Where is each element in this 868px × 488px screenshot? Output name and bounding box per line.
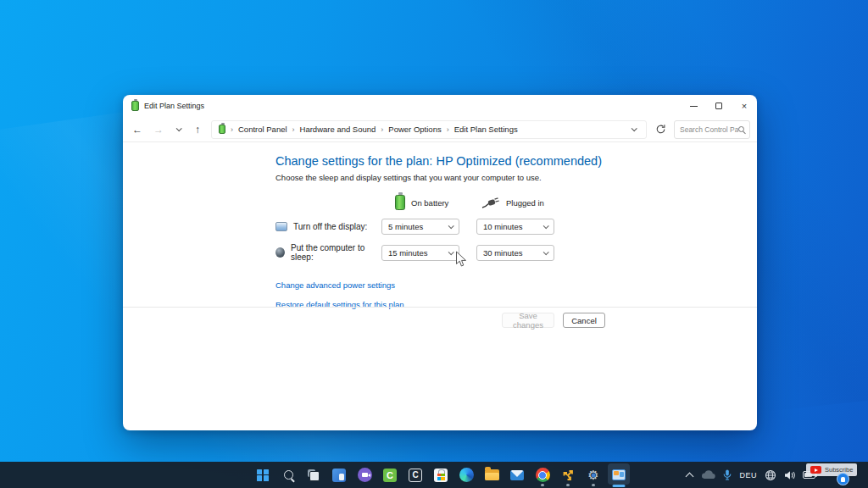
chevron-down-icon [543,223,549,229]
on-battery-column-header: On battery [381,195,476,210]
minimize-button[interactable] [681,95,706,117]
microphone-icon[interactable] [723,469,732,480]
camtasia-recorder-button[interactable]: C [407,462,424,488]
search-box [674,120,750,139]
breadcrumb-item-hardware-and-sound[interactable]: Hardware and Sound [300,125,376,134]
close-button[interactable]: × [732,95,757,117]
battery-icon [395,195,405,210]
display-plugged-in-value: 10 minutes [483,222,522,231]
save-changes-button[interactable]: Save changes [502,313,554,328]
close-icon: × [742,101,747,111]
video-call-app-button[interactable] [356,462,373,488]
breadcrumb: › Control Panel › Hardware and Sound › P… [211,120,647,139]
change-advanced-power-settings-link[interactable]: Change advanced power settings [275,280,757,290]
control-panel-active-button[interactable] [610,462,627,488]
file-explorer-button[interactable] [483,462,500,488]
widgets-button[interactable] [331,462,348,488]
edge-button[interactable] [458,462,475,488]
microsoft-store-button[interactable] [432,462,449,488]
active-app-indicator [613,485,626,487]
display-setting-label: Turn off the display: [293,222,367,231]
titlebar: Edit Plan Settings × [123,95,757,117]
search-input[interactable] [680,125,738,134]
subscribe-watermark[interactable]: Subscribe [806,463,857,476]
windows-logo-icon [257,469,269,481]
cancel-button[interactable]: Cancel [563,313,605,328]
taskbar: C C [0,462,868,488]
breadcrumb-separator: › [447,125,449,134]
camtasia-recorder-icon: C [409,469,422,482]
search-icon [284,470,293,480]
window-title: Edit Plan Settings [144,102,204,110]
minimize-icon [690,106,698,107]
sleep-setting-row: Put the computer to sleep: 15 minutes 30… [275,243,757,262]
edit-plan-settings-window: Edit Plan Settings × ← → ↑ › Control Pan… [123,95,757,430]
control-panel-window-icon [612,469,626,480]
taskbar-search-button[interactable] [280,462,297,488]
start-button[interactable] [254,462,271,488]
youtube-icon [810,466,821,474]
task-view-icon [308,469,320,481]
running-indicator [566,484,570,486]
gear-center-dot [592,474,596,478]
network-globe-icon[interactable] [765,469,776,481]
onedrive-cloud-icon[interactable] [701,470,715,480]
desktop-wallpaper: Edit Plan Settings × ← → ↑ › Control Pan… [0,0,868,488]
sleep-on-battery-value: 15 minutes [388,248,427,258]
maximize-icon [715,103,722,109]
plugged-in-column-header: Plugged in [476,197,571,208]
plan-settings-content: Change settings for the plan: HP Optimiz… [123,142,757,430]
camtasia-icon: C [383,469,397,482]
notification-bell-badge [837,473,849,485]
sleep-setting-label: Put the computer to sleep: [291,243,381,262]
widgets-icon [332,469,346,482]
display-setting-row: Turn off the display: 5 minutes 10 minut… [275,219,757,235]
refresh-button[interactable] [653,124,668,135]
breadcrumb-separator: › [381,125,383,134]
display-icon [275,222,287,231]
share-arrows-icon [561,469,575,482]
running-indicator [541,484,544,486]
chrome-button[interactable] [534,462,551,488]
maximize-button[interactable] [706,95,732,117]
mail-button[interactable] [509,462,526,488]
speaker-icon[interactable] [784,470,795,480]
display-on-battery-select[interactable]: 5 minutes [381,219,459,235]
recent-pages-dropdown[interactable] [172,127,184,131]
page-title: Change settings for the plan: HP Optimiz… [275,154,757,168]
chevron-down-icon [448,223,454,229]
power-options-icon [131,101,139,111]
page-subtitle: Choose the sleep and display settings th… [275,173,757,182]
display-on-battery-value: 5 minutes [388,222,423,231]
breadcrumb-item-edit-plan-settings[interactable]: Edit Plan Settings [454,125,518,134]
breadcrumb-item-power-options[interactable]: Power Options [388,125,441,134]
display-plugged-in-select[interactable]: 10 minutes [476,219,554,235]
share-app-button[interactable] [559,462,576,488]
power-options-breadcrumb-icon [219,125,225,134]
system-tray: DEU [687,462,815,488]
search-icon [738,126,744,132]
microsoft-store-icon [434,469,448,482]
breadcrumb-item-control-panel[interactable]: Control Panel [238,125,287,134]
camtasia-button[interactable]: C [381,462,398,488]
chevron-down-icon [543,249,549,255]
video-camera-icon [358,468,372,482]
hidden-icons-chevron[interactable] [687,472,693,479]
sleep-on-battery-select[interactable]: 15 minutes [381,245,459,261]
task-view-button[interactable] [305,462,322,488]
restore-default-settings-link[interactable]: Restore default settings for this plan [275,300,757,309]
plugged-in-label: Plugged in [506,198,544,208]
address-dropdown-button[interactable] [627,127,639,131]
up-button[interactable]: ↑ [190,124,205,136]
forward-button[interactable]: → [151,124,166,136]
language-indicator[interactable]: DEU [739,471,757,480]
back-button[interactable]: ← [130,124,145,136]
mouse-cursor [455,251,467,268]
breadcrumb-separator: › [231,125,233,134]
folder-icon [485,469,499,480]
sleep-icon [275,247,285,258]
edge-icon [459,468,474,482]
settings-button[interactable]: ⚙ [585,462,602,488]
column-header-row: On battery Plugged in [381,195,757,210]
sleep-plugged-in-select[interactable]: 30 minutes [476,245,554,261]
